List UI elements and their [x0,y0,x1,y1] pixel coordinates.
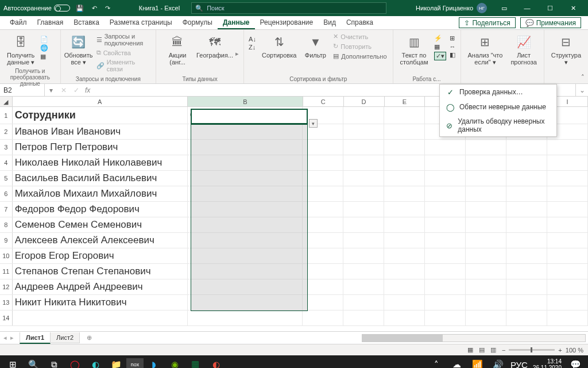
view-break-icon[interactable]: ▥ [490,346,496,354]
cell-B14[interactable] [188,310,303,325]
text-to-columns-button[interactable]: ▥Текст по столбцам [398,32,431,67]
cell-B8[interactable] [188,217,303,232]
explorer-icon[interactable]: 📁 [106,355,126,368]
search-box[interactable]: 🔍 Поиск [191,2,386,14]
cell-E7[interactable] [384,202,425,217]
cell-A14[interactable] [13,310,188,325]
cell-I5[interactable] [547,171,588,186]
cell-E6[interactable] [384,186,425,201]
from-web-icon[interactable]: 🌐 [40,44,48,52]
cell-I12[interactable] [547,279,588,294]
cell-H9[interactable] [506,233,547,248]
cell-F12[interactable] [425,279,466,294]
tray-wifi-icon[interactable]: 📶 [467,355,488,368]
save-icon[interactable]: 💾 [76,5,84,12]
chevron-right-icon[interactable]: ▸ [235,50,239,57]
menu-circle-invalid[interactable]: ◯Обвести неверные данные [440,99,556,114]
advanced-filter-button[interactable]: ▤Дополнительно [332,52,388,60]
cell-A4[interactable]: Николаев Николай Николавевич [13,155,188,170]
row-head-8[interactable]: 8 [0,217,13,232]
row-head-5[interactable]: 5 [0,171,13,186]
zoom-out-icon[interactable]: − [502,347,505,354]
cell-A9[interactable]: Алексеев Алексей Алексеевич [13,233,188,248]
cell-F5[interactable] [425,171,466,186]
tab-home[interactable]: Главная [32,16,69,29]
refresh-all-button[interactable]: 🔄Обновить все ▾ [65,32,92,67]
cell-G12[interactable] [466,279,506,294]
cell-E9[interactable] [384,233,425,248]
cell-H10[interactable] [506,248,547,263]
what-if-button[interactable]: ⊞Анализ "что если" ▾ [466,32,505,67]
cell-C3[interactable] [303,140,343,155]
cell-F13[interactable] [425,295,466,310]
cell-B1[interactable]: Отделы [188,107,303,124]
cell-G13[interactable] [466,295,506,310]
cell-C5[interactable] [303,171,343,186]
redo-icon[interactable]: ↷ [105,5,110,12]
cell-F9[interactable] [425,233,466,248]
filter-button[interactable]: ▼Фильтр [302,32,328,60]
cell-B7[interactable] [188,202,303,217]
tray-volume-icon[interactable]: 🔊 [488,355,509,368]
cell-B9[interactable] [188,233,303,248]
cell-H12[interactable] [506,279,547,294]
cell-B6[interactable] [188,186,303,201]
cell-B11[interactable] [188,264,303,279]
cell-H4[interactable] [506,155,547,170]
start-icon[interactable]: ⊞ [2,355,23,368]
cell-A10[interactable]: Егоров Егор Егорович [13,248,188,263]
cell-D12[interactable] [343,279,384,294]
maximize-icon[interactable]: ☐ [539,5,562,12]
cell-D6[interactable] [343,186,384,201]
cell-G11[interactable] [466,264,506,279]
nox-icon[interactable]: nox [126,358,144,368]
tab-review[interactable]: Рецензирование [255,16,319,29]
cell-E12[interactable] [384,279,425,294]
cell-E14[interactable] [384,310,425,325]
cell-H6[interactable] [506,186,547,201]
cell-B10[interactable] [188,248,303,263]
zoom-level[interactable]: 100 % [566,347,583,354]
col-head-E[interactable]: E [385,97,425,106]
edge-icon[interactable]: ◐ [85,355,106,368]
cell-I10[interactable] [547,248,588,263]
app-icon[interactable]: ◐ [206,355,226,368]
cell-H11[interactable] [506,264,547,279]
cell-I14[interactable] [547,310,588,325]
stocks-button[interactable]: 🏛Акции (анг... [161,32,194,67]
cell-I9[interactable] [547,233,588,248]
tab-insert[interactable]: Вставка [68,16,105,29]
remove-duplicates-icon[interactable]: ▦ [434,43,446,51]
view-page-icon[interactable]: ▤ [479,346,485,354]
menu-clear-circles[interactable]: ⊘Удалить обводку неверных данных [440,114,556,136]
cell-D8[interactable] [343,217,384,232]
outline-button[interactable]: ⊟Структура ▾ [549,32,583,67]
share-button[interactable]: ⇪Поделиться [459,17,515,28]
cell-E4[interactable] [384,155,425,170]
tab-layout[interactable]: Разметка страницы [105,16,177,29]
collapse-ribbon-icon[interactable]: ˄ [581,74,585,81]
cell-D4[interactable] [343,155,384,170]
undo-icon[interactable]: ↶ [92,5,97,12]
sort-asc-icon[interactable]: A↓ [249,36,256,43]
cell-H3[interactable] [506,140,547,155]
cell-C14[interactable] [303,310,343,325]
from-table-icon[interactable]: ▦ [40,53,48,60]
cell-G10[interactable] [466,248,506,263]
cell-A13[interactable]: Никит Никита Никитович [13,295,188,310]
row-head-2[interactable]: 2 [0,124,13,139]
cell-E5[interactable] [384,171,425,186]
cell-E2[interactable] [384,124,425,139]
cell-C8[interactable] [303,217,343,232]
cell-D10[interactable] [343,248,384,263]
cell-G14[interactable] [466,310,506,325]
cell-F11[interactable] [425,264,466,279]
close-icon[interactable]: ✕ [562,5,585,12]
select-all-corner[interactable]: ◢ [0,97,13,106]
expand-formula-icon[interactable]: ⌄ [575,84,588,96]
cell-F6[interactable] [425,186,466,201]
col-head-B[interactable]: B [188,97,303,106]
cell-E11[interactable] [384,264,425,279]
account-button[interactable]: Николай Грицаенко НГ [416,3,487,13]
tray-lang[interactable]: РУС [509,355,529,368]
